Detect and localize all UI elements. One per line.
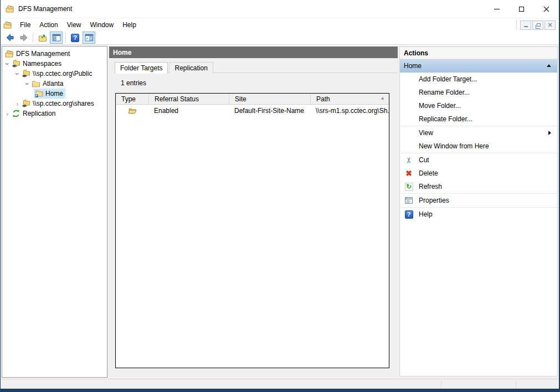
tab-replication[interactable]: Replication	[169, 62, 213, 73]
export-folder-icon	[38, 33, 47, 42]
toolbar-separator	[65, 33, 66, 43]
column-header-path[interactable]: Path	[310, 94, 389, 104]
action-new-window-from-here[interactable]: New Window from Here	[400, 140, 557, 153]
actions-pane: Actions Home Add Folder Target... Rename…	[399, 47, 558, 376]
dfs-management-window: DFS Management File Action View Window H…	[0, 0, 560, 392]
minimize-button[interactable]	[484, 0, 509, 18]
tab-strip: Folder Targets Replication	[115, 62, 398, 73]
window-controls	[484, 0, 559, 18]
close-button[interactable]	[534, 0, 559, 18]
tree-item-label: Atlanta	[43, 80, 63, 87]
mdi-close-button[interactable]: ✕	[544, 20, 556, 30]
mdi-restore-icon	[537, 23, 541, 27]
export-list-button[interactable]	[36, 32, 49, 44]
back-arrow-icon	[6, 33, 14, 42]
row-site-cell: Default-First-Site-Name	[229, 107, 310, 115]
tree-item-atlanta[interactable]: › Atlanta	[2, 79, 107, 89]
mdi-close-icon: ✕	[547, 22, 552, 28]
folder-icon	[32, 79, 40, 88]
status-bar-separator	[516, 380, 516, 388]
expander-collapsed-icon[interactable]: ›	[4, 110, 11, 117]
results-pane: Home Folder Targets Replication 1 entrie…	[109, 47, 398, 376]
expander-expanded-icon[interactable]: ›	[24, 80, 31, 87]
window-title: DFS Management	[18, 5, 72, 13]
column-header-type[interactable]: Type	[116, 94, 148, 104]
expander-expanded-icon[interactable]: ›	[14, 70, 21, 78]
replication-icon	[12, 109, 20, 118]
maximize-icon	[519, 7, 524, 12]
menu-view[interactable]: View	[63, 19, 86, 30]
tree-item-namespace-shares[interactable]: › \\sp.cctec.org\shares	[2, 99, 107, 109]
delete-icon: ✖	[404, 169, 413, 178]
table-row[interactable]: Enabled Default-First-Site-Name \\srs-m1…	[116, 105, 389, 116]
action-pane-icon	[85, 33, 94, 42]
tree-item-label: \\sp.cctec.org\Public	[33, 70, 92, 78]
status-bar-separator	[441, 380, 441, 388]
tree-item-label: \\sp.cctec.org\shares	[33, 100, 94, 107]
menu-bar: File Action View Window Help ✕	[1, 18, 559, 31]
dfs-folder-icon	[34, 89, 43, 98]
tree-item-label: DFS Management	[16, 50, 70, 58]
sort-indicator-icon	[381, 96, 384, 100]
expander-collapsed-icon[interactable]: ›	[14, 100, 21, 107]
namespace-icon	[22, 69, 30, 78]
toolbar-separator	[33, 33, 33, 43]
console-tree-pane-icon	[52, 33, 61, 42]
cut-icon: ✂	[404, 156, 413, 164]
tab-folder-targets[interactable]: Folder Targets	[115, 62, 168, 74]
tree-item-dfs-management[interactable]: DFS Management	[2, 49, 107, 59]
action-refresh[interactable]: ↻ Refresh	[400, 180, 557, 193]
tree-item-namespace-public[interactable]: › \\sp.cctec.org\Public	[2, 69, 107, 79]
row-referral-status-cell: Enabled	[148, 107, 229, 115]
results-pane-title: Home	[109, 47, 398, 58]
action-move-folder[interactable]: Move Folder...	[400, 99, 557, 112]
tree-item-home[interactable]: Home	[2, 89, 107, 99]
back-button[interactable]	[3, 32, 16, 44]
action-cut[interactable]: ✂ Cut	[400, 153, 557, 167]
forward-button[interactable]	[17, 32, 30, 44]
entries-count: 1 entries	[121, 79, 398, 87]
minimize-icon	[494, 9, 500, 9]
tree-item-namespaces[interactable]: › Namespaces	[2, 59, 107, 69]
column-header-site[interactable]: Site	[229, 94, 310, 104]
menu-window[interactable]: Window	[86, 19, 119, 30]
show-action-pane-button[interactable]	[83, 32, 95, 44]
actions-section-label: Home	[404, 62, 422, 70]
forward-arrow-icon	[19, 33, 28, 42]
table-header-row: Type Referral Status Site Path	[116, 94, 389, 105]
action-rename-folder[interactable]: Rename Folder...	[400, 86, 557, 99]
tree-item-label: Home	[45, 90, 63, 97]
mdi-minimize-button[interactable]	[520, 20, 531, 30]
submenu-arrow-icon	[548, 131, 551, 135]
column-header-referral-status[interactable]: Referral Status	[148, 94, 229, 104]
action-replicate-folder[interactable]: Replicate Folder...	[400, 112, 557, 126]
namespace-icon	[22, 99, 30, 108]
help-icon: ?	[71, 34, 79, 42]
help-button[interactable]: ?	[69, 32, 81, 44]
console-tree: DFS Management › Namespaces › \\sp.cctec…	[2, 46, 107, 378]
main-content: DFS Management › Namespaces › \\sp.cctec…	[1, 45, 559, 379]
app-icon	[6, 4, 14, 13]
mdi-restore-button[interactable]	[532, 20, 543, 30]
tree-item-label: Replication	[23, 110, 55, 117]
menu-help[interactable]: Help	[118, 19, 141, 30]
tree-item-replication[interactable]: › Replication	[2, 109, 107, 118]
menu-action[interactable]: Action	[35, 19, 62, 30]
expander-expanded-icon[interactable]: ›	[4, 60, 11, 68]
actions-pane-title: Actions	[400, 47, 557, 59]
action-view[interactable]: View	[400, 126, 557, 140]
action-add-folder-target[interactable]: Add Folder Target...	[400, 73, 557, 86]
show-console-tree-button[interactable]	[50, 32, 63, 44]
properties-icon	[404, 196, 413, 205]
close-icon	[543, 6, 549, 12]
collapse-section-icon[interactable]	[547, 64, 551, 67]
folder-targets-table: Type Referral Status Site Path Enabled D…	[115, 93, 389, 368]
title-bar: DFS Management	[1, 0, 559, 18]
menu-file[interactable]: File	[16, 19, 35, 30]
maximize-button[interactable]	[509, 0, 534, 18]
action-delete[interactable]: ✖ Delete	[400, 167, 557, 180]
action-help[interactable]: ? Help	[400, 208, 557, 221]
actions-section-home[interactable]: Home	[400, 59, 557, 73]
action-properties[interactable]: Properties	[400, 194, 557, 207]
namespaces-icon	[12, 59, 20, 68]
